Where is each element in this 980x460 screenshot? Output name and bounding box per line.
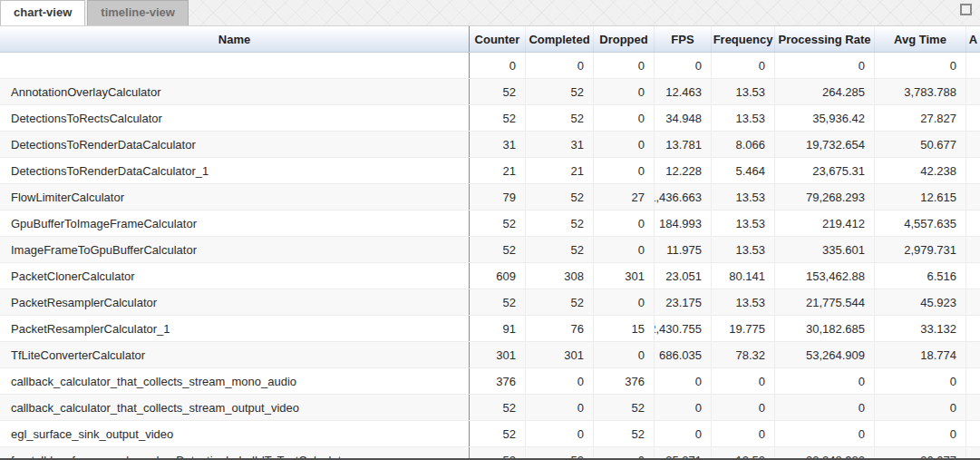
- column-header-avg-time[interactable]: Avg Time: [875, 26, 966, 52]
- row-value-cell: 53,264.909: [775, 342, 875, 367]
- row-value-cell: 8.066: [712, 132, 775, 157]
- row-value-cell: 376: [470, 368, 526, 394]
- tab-chart-view-label: chart-view: [14, 5, 72, 19]
- table-row[interactable]: AnnotationOverlayCalculator5252012.46313…: [0, 79, 980, 105]
- row-value-cell: 52: [470, 237, 526, 262]
- row-value-cell: 23.051: [655, 263, 712, 289]
- row-value-cell: 23.175: [655, 289, 712, 315]
- row-name-cell: AnnotationOverlayCalculator: [0, 79, 470, 104]
- row-value-cell: 0: [875, 421, 966, 446]
- column-header-processing-rate[interactable]: Processing Rate: [775, 26, 875, 52]
- row-value-cell: 0: [655, 395, 712, 420]
- column-header-completed[interactable]: Completed: [526, 26, 594, 52]
- row-value-cell: 13.53: [712, 210, 775, 236]
- row-value-cell: 0: [775, 395, 875, 420]
- column-header-name[interactable]: Name: [0, 26, 470, 52]
- row-value-cell: [966, 263, 980, 289]
- row-value-cell: 0: [594, 105, 655, 131]
- row-value-cell: 0: [875, 368, 966, 394]
- table-row[interactable]: TfLiteConverterCalculator3013010686.0357…: [0, 342, 980, 368]
- row-value-cell: 0: [655, 53, 712, 78]
- row-value-cell: 21: [470, 158, 526, 183]
- row-name-cell: PacketResamplerCalculator_1: [0, 316, 470, 341]
- table-row[interactable]: FlowLimiterCalculator7952271,436.66313.5…: [0, 184, 980, 210]
- tab-timeline-view[interactable]: timeline-view: [87, 0, 189, 25]
- row-value-cell: 0: [594, 237, 655, 262]
- row-value-cell: 52: [526, 105, 594, 131]
- row-value-cell: 301: [594, 263, 655, 289]
- row-value-cell: 0: [594, 210, 655, 236]
- table-row[interactable]: DetectionsToRectsCalculator5252034.94813…: [0, 105, 980, 132]
- tab-timeline-view-label: timeline-view: [101, 5, 175, 19]
- row-value-cell: 264.285: [775, 79, 875, 104]
- row-value-cell: 5.464: [712, 158, 775, 183]
- row-name-cell: ImageFrameToGpuBufferCalculator: [0, 237, 470, 262]
- row-value-cell: 42.238: [875, 158, 966, 183]
- table-row[interactable]: DetectionsToRenderDataCalculator3131013.…: [0, 132, 980, 158]
- tab-chart-view[interactable]: chart-view: [0, 0, 85, 25]
- row-value-cell: 19.775: [712, 316, 775, 341]
- table-row[interactable]: PacketClonerCalculator60930830123.05180.…: [0, 263, 980, 289]
- column-header-frequency[interactable]: Frequency: [712, 26, 775, 52]
- table-header-row: NameCounterCompletedDroppedFPSFrequencyP…: [0, 25, 980, 53]
- row-value-cell: 27.827: [875, 105, 966, 131]
- table-row[interactable]: 0000000: [0, 53, 980, 79]
- column-header-fps[interactable]: FPS: [655, 26, 712, 52]
- table-row[interactable]: DetectionsToRenderDataCalculator_1212101…: [0, 158, 980, 184]
- row-value-cell: 21: [526, 158, 594, 183]
- row-name-cell: DetectionsToRenderDataCalculator_1: [0, 158, 470, 183]
- row-value-cell: 0: [526, 368, 594, 394]
- row-name-cell: GpuBufferToImageFrameCalculator: [0, 210, 470, 236]
- row-value-cell: 52: [526, 79, 594, 104]
- row-value-cell: 52: [526, 237, 594, 262]
- row-value-cell: 0: [712, 53, 775, 78]
- row-value-cell: 686.035: [655, 342, 712, 367]
- table-row[interactable]: PacketResamplerCalculator5252023.17513.5…: [0, 289, 980, 316]
- row-value-cell: 27: [594, 184, 655, 210]
- row-value-cell: 19,732.654: [775, 132, 875, 157]
- table-row[interactable]: PacketResamplerCalculator_19176152,430.7…: [0, 316, 980, 342]
- row-value-cell: [966, 395, 980, 420]
- row-value-cell: 52: [470, 210, 526, 236]
- row-name-cell: DetectionsToRenderDataCalculator: [0, 132, 470, 157]
- column-header-a[interactable]: A: [966, 26, 980, 52]
- row-value-cell: 34.948: [655, 105, 712, 131]
- row-value-cell: 52: [526, 210, 594, 236]
- row-value-cell: 13.53: [712, 105, 775, 131]
- row-value-cell: 50.677: [875, 132, 966, 157]
- row-value-cell: [966, 342, 980, 367]
- row-name-cell: [0, 53, 470, 78]
- row-name-cell: PacketResamplerCalculator: [0, 289, 470, 315]
- row-name-cell: callback_calculator_that_collects_stream…: [0, 395, 470, 420]
- row-value-cell: 12.463: [655, 79, 712, 104]
- row-name-cell: egl_surface_sink_output_video: [0, 421, 470, 446]
- row-value-cell: [966, 210, 980, 236]
- table-row[interactable]: callback_calculator_that_collects_stream…: [0, 368, 980, 395]
- row-value-cell: 35,936.42: [775, 105, 875, 131]
- row-value-cell: [966, 53, 980, 78]
- row-name-cell: FlowLimiterCalculator: [0, 184, 470, 210]
- table-row[interactable]: callback_calculator_that_collects_stream…: [0, 395, 980, 421]
- row-value-cell: 0: [526, 395, 594, 420]
- row-name-cell: DetectionsToRectsCalculator: [0, 105, 470, 131]
- row-value-cell: 52: [470, 289, 526, 315]
- row-value-cell: 219.412: [775, 210, 875, 236]
- row-name-cell: callback_calculator_that_collects_stream…: [0, 368, 470, 394]
- column-header-dropped[interactable]: Dropped: [594, 26, 655, 52]
- row-value-cell: 31: [526, 132, 594, 157]
- row-value-cell: 31: [470, 132, 526, 157]
- table-row[interactable]: egl_surface_sink_output_video520520000: [0, 421, 980, 447]
- row-value-cell: 80.141: [712, 263, 775, 289]
- row-value-cell: 4,557.635: [875, 210, 966, 236]
- restore-window-icon[interactable]: [960, 4, 972, 15]
- column-header-counter[interactable]: Counter: [470, 26, 526, 52]
- row-value-cell: 91: [470, 316, 526, 341]
- row-value-cell: 301: [526, 342, 594, 367]
- row-value-cell: 79: [470, 184, 526, 210]
- row-value-cell: [966, 368, 980, 394]
- table-row[interactable]: GpuBufferToImageFrameCalculator52520184.…: [0, 210, 980, 237]
- row-value-cell: 52: [470, 79, 526, 104]
- tab-bar: chart-view timeline-view: [0, 0, 980, 25]
- table-body: 0000000AnnotationOverlayCalculator525201…: [0, 53, 980, 460]
- table-row[interactable]: ImageFrameToGpuBufferCalculator5252011.9…: [0, 237, 980, 263]
